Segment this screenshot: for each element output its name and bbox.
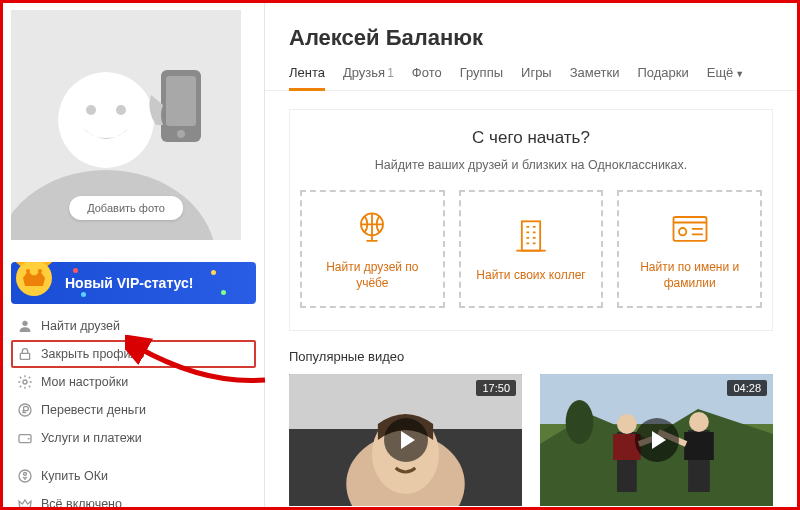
building-icon [509,214,553,258]
tab-friends[interactable]: Друзья1 [343,65,394,90]
svg-rect-24 [522,222,540,251]
menu-label: Мои настройки [41,375,128,389]
menu-find-friends[interactable]: Найти друзей [3,312,264,340]
start-title: С чего начать? [300,128,762,148]
svg-point-36 [566,400,594,444]
svg-point-14 [22,321,27,326]
svg-rect-42 [684,432,714,460]
menu-all-inclusive[interactable]: Всё включено [3,490,264,510]
sidebar-menu: Найти друзей Закрыть профиль Мои настрой… [3,312,264,510]
tab-label: Друзья [343,65,385,80]
svg-point-4 [86,105,96,115]
menu-services-payments[interactable]: Услуги и платежи [3,424,264,452]
svg-rect-15 [20,353,29,359]
tab-label: Заметки [570,65,620,80]
tab-label: Ещё [707,65,734,80]
chevron-down-icon: ▼ [735,69,744,79]
svg-point-5 [116,105,126,115]
tab-label: Игры [521,65,552,80]
svg-point-16 [23,380,27,384]
menu-label: Перевести деньги [41,403,146,417]
menu-my-settings[interactable]: Мои настройки [3,368,264,396]
start-subtitle: Найдите ваших друзей и близких на Однокл… [300,158,762,172]
svg-point-13 [38,269,42,273]
add-photo-button[interactable]: Добавить фото [69,196,183,220]
crown-icon [11,262,65,304]
lock-icon [17,346,33,362]
user-icon [17,318,33,334]
vip-status-banner[interactable]: Новый VIP-статус! [11,262,256,304]
menu-transfer-money[interactable]: Перевести деньги [3,396,264,424]
sidebar: Добавить фото Новый VIP-статус! Найти др… [3,3,265,507]
tab-label: Лента [289,65,325,80]
menu-label: Закрыть профиль [41,347,144,361]
tab-label: Фото [412,65,442,80]
start-card-label: Найти своих коллег [468,268,593,284]
vip-banner-text: Новый VIP-статус! [65,275,193,291]
svg-point-11 [26,269,30,273]
svg-point-12 [32,275,36,279]
play-icon [635,418,679,462]
tab-photo[interactable]: Фото [412,65,442,90]
tab-games[interactable]: Игры [521,65,552,90]
menu-label: Купить ОКи [41,469,108,483]
ruble-icon [17,402,33,418]
svg-point-3 [58,72,154,168]
gear-icon [17,374,33,390]
wallet-icon [17,430,33,446]
main-content: Алексей Баланюк Лента Друзья1 Фото Групп… [265,3,797,507]
tab-label: Группы [460,65,503,80]
profile-name: Алексей Баланюк [265,3,797,65]
tab-more[interactable]: Ещё▼ [707,65,745,90]
video-thumbnail[interactable]: 17:50 [289,374,522,506]
profile-tabs: Лента Друзья1 Фото Группы Игры Заметки П… [265,65,797,91]
videos-row: 17:50 04:28 [265,374,797,506]
menu-label: Всё включено [41,497,122,510]
tab-groups[interactable]: Группы [460,65,503,90]
start-card-label: Найти друзей по учёбе [302,260,443,291]
svg-point-8 [177,130,185,138]
svg-point-20 [24,473,27,476]
tab-gifts[interactable]: Подарки [637,65,688,90]
start-card-name[interactable]: Найти по имени и фамилии [617,190,762,308]
tab-label: Подарки [637,65,688,80]
svg-point-26 [679,228,686,235]
crown-icon [17,496,33,510]
play-icon [384,418,428,462]
getting-started-block: С чего начать? Найдите ваших друзей и бл… [289,109,773,331]
svg-point-41 [689,412,709,432]
tab-notes[interactable]: Заметки [570,65,620,90]
id-card-icon [668,206,712,250]
video-duration: 04:28 [727,380,767,396]
start-card-study[interactable]: Найти друзей по учёбе [300,190,445,308]
menu-close-profile[interactable]: Закрыть профиль [11,340,256,368]
ok-coin-icon [17,468,33,484]
videos-section-title: Популярные видео [265,331,797,374]
menu-label: Найти друзей [41,319,120,333]
tab-feed[interactable]: Лента [289,65,325,90]
video-duration: 17:50 [476,380,516,396]
video-thumbnail[interactable]: 04:28 [540,374,773,506]
start-card-work[interactable]: Найти своих коллег [459,190,604,308]
avatar-placeholder: Добавить фото [11,10,241,240]
start-card-label: Найти по имени и фамилии [619,260,760,291]
svg-rect-7 [166,76,196,126]
menu-buy-oks[interactable]: Купить ОКи [3,462,264,490]
tab-count: 1 [387,66,394,80]
menu-label: Услуги и платежи [41,431,142,445]
svg-point-38 [617,414,637,434]
globe-icon [350,206,394,250]
